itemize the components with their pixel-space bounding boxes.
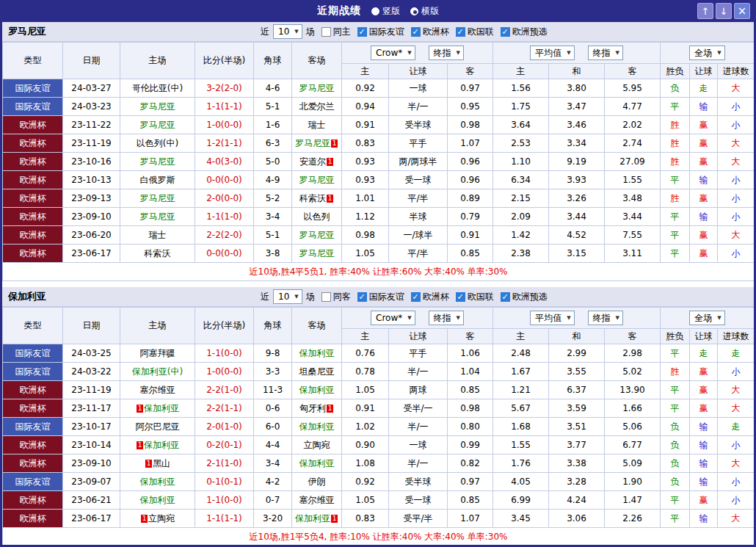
avg-odds-select[interactable]: 平均值▼ <box>530 311 574 325</box>
away-team[interactable]: 瑞士 <box>292 116 342 134</box>
scroll-up-button[interactable]: ↑ <box>697 3 713 19</box>
odds-time-select[interactable]: 终指▼ <box>429 311 464 325</box>
match-type-badge: 欧洲杯 <box>3 454 63 473</box>
away-team[interactable]: 保加利亚1 <box>292 510 342 528</box>
home-team[interactable]: 哥伦比亚(中) <box>120 79 195 98</box>
home-team[interactable]: 阿尔巴尼亚 <box>120 418 195 436</box>
odds-home: 1.05 <box>342 491 389 510</box>
away-team[interactable]: 匈牙利1 <box>292 399 342 418</box>
home-team[interactable]: 科索沃 <box>120 244 195 263</box>
avg-home: 5.67 <box>493 399 549 418</box>
result-wdl: 负 <box>661 473 690 491</box>
home-team[interactable]: 罗马尼亚 <box>120 208 195 226</box>
avg-home: 2.09 <box>493 208 549 226</box>
odds-company-select[interactable]: Crow*▼ <box>371 46 415 60</box>
match-type-badge: 欧洲杯 <box>3 116 63 134</box>
away-team[interactable]: 罗马尼亚 <box>292 79 342 98</box>
competition-checkbox-eurocup[interactable]: ✓ 欧洲杯 <box>411 291 449 303</box>
odds-time-select[interactable]: 终指▼ <box>429 46 464 60</box>
away-team[interactable]: 保加利亚 <box>292 418 342 436</box>
avg-time-select[interactable]: 终指▼ <box>588 46 623 60</box>
scroll-down-button[interactable]: ↓ <box>716 3 732 19</box>
home-team[interactable]: 瑞士 <box>120 226 195 244</box>
match-type-badge: 欧洲杯 <box>3 491 63 510</box>
away-team[interactable]: 保加利亚 <box>292 454 342 473</box>
away-team[interactable]: 罗马尼亚 <box>292 244 342 263</box>
layout-radio-vertical[interactable]: 竖版 <box>371 5 400 18</box>
away-team[interactable]: 罗马尼亚1 <box>292 134 342 153</box>
close-button[interactable]: × <box>734 3 750 19</box>
home-team[interactable]: 塞尔维亚 <box>120 381 195 399</box>
match-row: 国际友谊24-03-22保加利亚(中)1-0(0-0)3-3坦桑尼亚0.78半/… <box>3 363 755 381</box>
home-team[interactable]: 以色列(中) <box>120 134 195 153</box>
results-table: 类型 日期 主场 比分(半场) 角球 客场 Crow*▼ 终指▼ 平均值 <box>2 42 755 281</box>
fulltime-select[interactable]: 全场▼ <box>689 311 724 325</box>
away-team[interactable]: 塞尔维亚 <box>292 491 342 510</box>
away-team[interactable]: 以色列 <box>292 208 342 226</box>
home-team[interactable]: 罗马尼亚 <box>120 116 195 134</box>
home-team[interactable]: 1立陶宛 <box>120 510 195 528</box>
competition-checkbox-euro-qualifiers[interactable]: ✓ 欧洲预选 <box>501 291 548 303</box>
home-team[interactable]: 1保加利亚 <box>120 399 195 418</box>
away-team[interactable]: 北爱尔兰 <box>292 98 342 116</box>
checkbox-unchecked-icon <box>321 27 331 37</box>
away-team[interactable]: 保加利亚 <box>292 344 342 363</box>
chevron-down-icon: ▼ <box>567 315 570 321</box>
home-team[interactable]: 保加利亚 <box>120 491 195 510</box>
same-venue-checkbox[interactable]: 同主 <box>321 26 351 38</box>
result-handicap: 输 <box>690 98 718 116</box>
corner-score: 6-0 <box>254 418 292 436</box>
home-team[interactable]: 罗马尼亚 <box>120 153 195 171</box>
odds-away: 1.06 <box>448 344 493 363</box>
avg-draw: 3.47 <box>549 98 605 116</box>
avg-odds-select[interactable]: 平均值▼ <box>530 46 574 60</box>
odds-handicap: 半/一 <box>389 98 448 116</box>
away-team[interactable]: 保加利亚 <box>292 381 342 399</box>
col-away: 客场 <box>292 308 342 344</box>
away-team[interactable]: 伊朗 <box>292 473 342 491</box>
away-team[interactable]: 罗马尼亚 <box>292 171 342 189</box>
competition-checkbox-nations-league[interactable]: ✓ 欧国联 <box>456 26 494 38</box>
avg-draw: 3.46 <box>549 116 605 134</box>
result-goals: 小 <box>718 189 755 208</box>
away-team[interactable]: 立陶宛 <box>292 436 342 454</box>
competition-checkbox-nations-league[interactable]: ✓ 欧国联 <box>456 291 494 303</box>
result-goals: 小 <box>718 171 755 189</box>
match-date: 23-06-21 <box>63 491 120 510</box>
layout-radio-horizontal[interactable]: 横版 <box>410 5 439 18</box>
home-team[interactable]: 白俄罗斯 <box>120 171 195 189</box>
home-team[interactable]: 罗马尼亚 <box>120 189 195 208</box>
home-team[interactable]: 保加利亚 <box>120 473 195 491</box>
avg-time-select[interactable]: 终指▼ <box>588 311 623 325</box>
same-venue-checkbox[interactable]: 同客 <box>321 291 351 303</box>
match-date: 23-11-19 <box>63 381 120 399</box>
home-team[interactable]: 保加利亚(中) <box>120 363 195 381</box>
away-team[interactable]: 罗马尼亚 <box>292 226 342 244</box>
home-team[interactable]: 罗马尼亚 <box>120 98 195 116</box>
odds-away: 0.79 <box>448 208 493 226</box>
match-count-select[interactable]: 10▼ <box>273 289 302 304</box>
match-row: 欧洲杯23-10-141保加利亚0-2(0-1)4-4立陶宛0.90一球0.99… <box>3 436 755 454</box>
competition-checkbox-friendly[interactable]: ✓ 国际友谊 <box>357 26 404 38</box>
fulltime-select[interactable]: 全场▼ <box>689 46 724 60</box>
home-team[interactable]: 1保加利亚 <box>120 436 195 454</box>
home-team[interactable]: 1黑山 <box>120 454 195 473</box>
col-odds-handicap: 让球 <box>389 64 448 79</box>
odds-away: 0.96 <box>448 153 493 171</box>
avg-away: 7.55 <box>605 226 661 244</box>
result-goals: 小 <box>718 244 755 263</box>
odds-company-select[interactable]: Crow*▼ <box>371 311 415 325</box>
away-team[interactable]: 科索沃1 <box>292 189 342 208</box>
match-date: 23-09-13 <box>63 189 120 208</box>
competition-checkbox-euro-qualifiers[interactable]: ✓ 欧洲预选 <box>501 26 548 38</box>
home-team[interactable]: 阿塞拜疆 <box>120 344 195 363</box>
result-goals: 大 <box>718 153 755 171</box>
away-team[interactable]: 坦桑尼亚 <box>292 363 342 381</box>
competition-checkbox-friendly[interactable]: ✓ 国际友谊 <box>357 291 404 303</box>
corner-score: 4-6 <box>254 79 292 98</box>
competition-checkbox-eurocup[interactable]: ✓ 欧洲杯 <box>411 26 449 38</box>
away-team[interactable]: 安道尔1 <box>292 153 342 171</box>
match-count-select[interactable]: 10▼ <box>273 24 302 39</box>
odds-home: 0.76 <box>342 344 389 363</box>
match-date: 23-10-17 <box>63 418 120 436</box>
